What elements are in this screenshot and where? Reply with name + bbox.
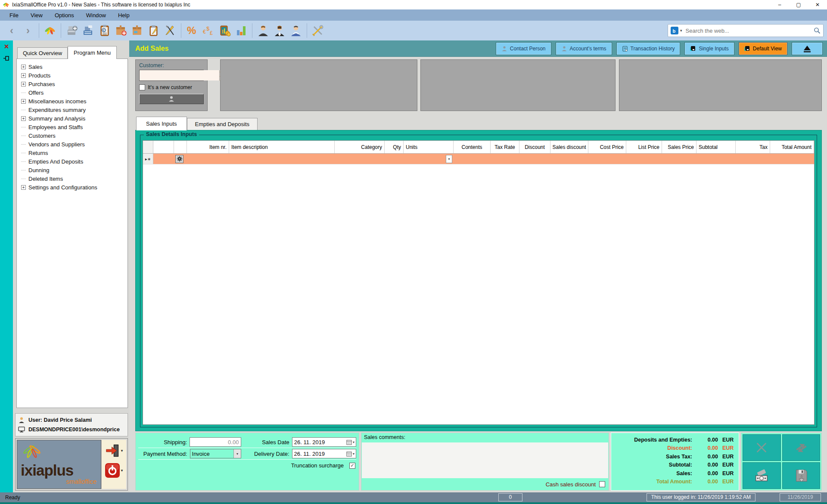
invoice-button[interactable]: € <box>96 22 113 39</box>
save-button[interactable] <box>782 462 821 489</box>
contact-person-button[interactable]: Contact Person <box>496 42 551 55</box>
panel-close-icon[interactable]: ✕ <box>4 43 9 53</box>
search-engine-dropdown-icon[interactable]: ▾ <box>680 28 682 33</box>
tab-empties-deposits[interactable]: Empties and Deposits <box>187 118 258 130</box>
new-row-cell-qty[interactable] <box>385 154 404 164</box>
new-row-cell-tax-rate[interactable] <box>491 154 519 164</box>
units-dropdown-button[interactable]: ▾ <box>446 155 452 163</box>
expand-icon[interactable]: + <box>21 82 26 87</box>
new-row-cell-list-price[interactable] <box>626 154 662 164</box>
new-row-cell-cost-price[interactable] <box>588 154 626 164</box>
products-button[interactable] <box>129 22 146 39</box>
expand-icon[interactable]: + <box>21 73 26 78</box>
tree-item-purchases[interactable]: +Purchases <box>19 80 127 88</box>
forward-button[interactable]: › <box>20 22 36 39</box>
single-inputs-button[interactable]: Single Inputs <box>684 42 734 55</box>
search-input[interactable] <box>686 28 814 34</box>
truncation-checkbox[interactable]: ✓ <box>349 463 355 469</box>
column-header-sales-discount[interactable]: Sales discount <box>550 141 588 153</box>
expand-icon[interactable]: + <box>21 99 26 104</box>
cash-register-button[interactable] <box>80 22 96 39</box>
payment-method-select[interactable]: Invoice ▾ <box>190 449 242 458</box>
tree-item-dunning[interactable]: Dunning <box>19 166 127 174</box>
new-row-cell-units[interactable]: ▾ <box>404 154 454 164</box>
row-settings-button[interactable] <box>175 155 183 163</box>
menu-view[interactable]: View <box>25 10 49 20</box>
column-header-subtotal[interactable]: Subtotal <box>696 141 736 153</box>
shipping-input[interactable] <box>190 437 241 447</box>
percent-button[interactable]: % <box>184 22 200 39</box>
column-header-item-nr[interactable]: Item nr. <box>187 141 229 153</box>
currency-button[interactable]: € $ £ <box>200 22 217 39</box>
column-header-cost-price[interactable]: Cost Price <box>588 141 626 153</box>
tab-program-menu[interactable]: Program Menu <box>68 46 117 59</box>
account-s-terms-button[interactable]: Account's terms <box>556 42 612 55</box>
new-sale-button[interactable] <box>64 22 80 39</box>
date-dropdown-icon[interactable]: ▾ <box>353 452 354 456</box>
cash-discount-checkbox[interactable] <box>599 481 605 487</box>
menu-file[interactable]: File <box>3 10 25 20</box>
collapse-header-button[interactable] <box>792 42 823 55</box>
customer-details-button[interactable] <box>139 94 204 104</box>
sales-date-field[interactable]: 26. 11. 2019 ▾ <box>292 437 356 447</box>
new-customer-checkbox[interactable] <box>139 84 145 90</box>
tree-item-sales[interactable]: +Sales <box>19 62 127 71</box>
column-header-tax-rate[interactable]: Tax Rate <box>491 141 519 153</box>
power-icon[interactable] <box>105 463 120 478</box>
search-icon[interactable] <box>814 27 821 34</box>
bing-icon[interactable]: b <box>671 27 678 34</box>
date-dropdown-icon[interactable]: ▾ <box>353 440 354 444</box>
new-product-button[interactable] <box>113 22 129 39</box>
new-row-cell-total-amount[interactable] <box>770 154 814 164</box>
new-row-cell-item-nr[interactable] <box>187 154 229 164</box>
menu-options[interactable]: Options <box>49 10 80 20</box>
expand-icon[interactable]: + <box>21 65 26 69</box>
vendors-button[interactable] <box>271 22 288 39</box>
statistics-button[interactable] <box>233 22 249 39</box>
column-header-list-price[interactable]: List Price <box>626 141 662 153</box>
tree-item-settings-and-configurations[interactable]: +Settings and Configurations <box>19 183 127 192</box>
back-button[interactable]: ‹ <box>3 22 20 39</box>
column-header-total-amount[interactable]: Total Amount <box>770 141 814 153</box>
customers-button[interactable] <box>255 22 271 39</box>
maximize-button[interactable]: ▢ <box>789 0 808 9</box>
minimize-button[interactable]: – <box>770 0 789 9</box>
finance-report-button[interactable] <box>217 22 233 39</box>
comments-textarea[interactable] <box>362 442 608 478</box>
new-row-cell-blank[interactable] <box>174 154 187 164</box>
tree-item-customers[interactable]: Customers <box>19 131 127 140</box>
tab-sales-inputs[interactable]: Sales Inputs <box>136 117 187 130</box>
expand-icon[interactable]: + <box>21 116 26 121</box>
new-row-cell-contents[interactable] <box>454 154 491 164</box>
home-button[interactable] <box>42 22 58 39</box>
delivery-date-field[interactable]: 26. 11. 2019 ▾ <box>292 449 356 458</box>
refresh-button[interactable] <box>782 434 821 461</box>
settings-button[interactable] <box>310 22 326 39</box>
column-header-qty[interactable]: Qty <box>385 141 404 153</box>
column-header-blank[interactable] <box>174 141 187 153</box>
grid-new-row[interactable]: ▸∗ ▾ <box>143 154 814 164</box>
column-header-category[interactable]: Category <box>335 141 385 153</box>
power-dropdown-icon[interactable]: ▾ <box>121 468 123 473</box>
employees-button[interactable] <box>288 22 304 39</box>
tree-item-vendors-and-suppliers[interactable]: Vendors and Suppliers <box>19 140 127 148</box>
transaction-history-button[interactable]: Transaction History <box>616 42 681 55</box>
tree-item-summary-and-analysis[interactable]: +Summary and Analysis <box>19 114 127 123</box>
tree-item-miscellaneous-incomes[interactable]: +Miscellaneous incomes <box>19 97 127 105</box>
column-header-discount[interactable]: Discount <box>519 141 550 153</box>
logout-door-icon[interactable] <box>105 443 120 458</box>
tree-item-expenditures-summary[interactable]: Expenditures summary <box>19 105 127 114</box>
tab-quick-overview[interactable]: Quick Overview <box>17 47 68 59</box>
cancel-button[interactable] <box>743 434 781 461</box>
menu-help[interactable]: Help <box>112 10 136 20</box>
tree-item-returns[interactable]: Returns <box>19 148 127 157</box>
tree-item-empties-and-deposits[interactable]: Empties And Deposits <box>19 157 127 166</box>
tree-item-products[interactable]: +Products <box>19 71 127 80</box>
column-header-item-description[interactable]: Item description <box>229 141 335 153</box>
column-header-blank[interactable] <box>153 141 174 153</box>
new-row-cell-blank[interactable] <box>153 154 174 164</box>
column-header-contents[interactable]: Contents <box>454 141 491 153</box>
logout-dropdown-icon[interactable]: ▾ <box>121 448 123 453</box>
tree-item-offers[interactable]: Offers <box>19 88 127 97</box>
new-row-cell-item-description[interactable] <box>229 154 335 164</box>
